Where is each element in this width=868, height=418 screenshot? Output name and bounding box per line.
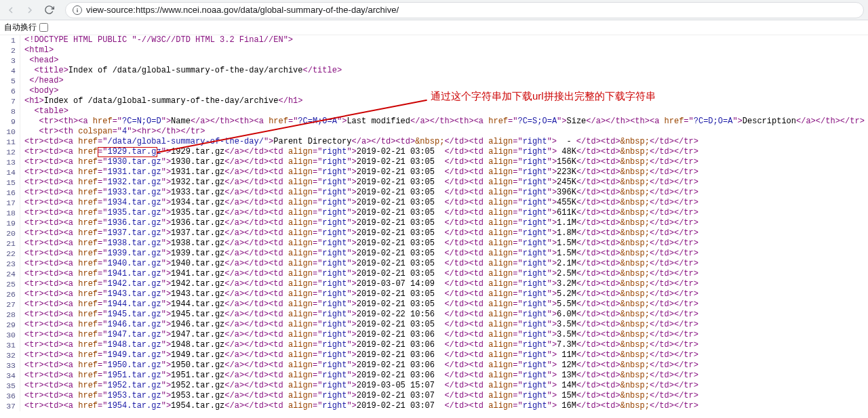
- line-number: 37: [0, 401, 20, 411]
- line-number: 14: [0, 167, 20, 177]
- source-line[interactable]: 9 <tr><th><a href="?C=N;O=D">Name</a></t…: [0, 117, 868, 127]
- autowrap-checkbox[interactable]: [39, 23, 48, 32]
- source-line[interactable]: 11<tr><td><a href="/data/global-summary-…: [0, 137, 868, 147]
- line-number: 11: [0, 137, 20, 147]
- source-line[interactable]: 28<tr><td><a href="1945.tar.gz">1945.tar…: [0, 310, 868, 320]
- back-button[interactable]: [4, 3, 18, 17]
- source-line[interactable]: 2<html>: [0, 45, 868, 56]
- url-text: view-source:https://www.ncei.noaa.gov/da…: [86, 5, 399, 15]
- source-line[interactable]: 29<tr><td><a href="1946.tar.gz">1946.tar…: [0, 320, 868, 330]
- source-line[interactable]: 5 </head>: [0, 76, 868, 86]
- line-number: 13: [0, 157, 20, 167]
- line-number: 20: [0, 228, 20, 238]
- line-number: 3: [0, 56, 20, 66]
- source-line[interactable]: 4 <title>Index of /data/global-summary-o…: [0, 66, 868, 76]
- source-line[interactable]: 23<tr><td><a href="1940.tar.gz">1940.tar…: [0, 259, 868, 269]
- line-number: 12: [0, 147, 20, 157]
- forward-button[interactable]: [23, 3, 37, 17]
- line-number: 9: [0, 117, 20, 127]
- source-line[interactable]: 18<tr><td><a href="1935.tar.gz">1935.tar…: [0, 208, 868, 218]
- source-line[interactable]: 17<tr><td><a href="1934.tar.gz">1934.tar…: [0, 198, 868, 208]
- source-line[interactable]: 22<tr><td><a href="1939.tar.gz">1939.tar…: [0, 249, 868, 259]
- source-line[interactable]: 25<tr><td><a href="1942.tar.gz">1942.tar…: [0, 279, 868, 289]
- source-line[interactable]: 24<tr><td><a href="1941.tar.gz">1941.tar…: [0, 269, 868, 279]
- reload-button[interactable]: [42, 3, 56, 17]
- autowrap-bar: 自动换行: [0, 20, 868, 35]
- line-number: 7: [0, 96, 20, 106]
- line-number: 4: [0, 66, 20, 76]
- line-number: 26: [0, 289, 20, 299]
- source-line[interactable]: 20<tr><td><a href="1937.tar.gz">1937.tar…: [0, 228, 868, 238]
- line-number: 8: [0, 106, 20, 117]
- source-line[interactable]: 21<tr><td><a href="1938.tar.gz">1938.tar…: [0, 238, 868, 249]
- address-bar[interactable]: i view-source:https://www.ncei.noaa.gov/…: [65, 2, 864, 18]
- line-number: 35: [0, 381, 20, 391]
- line-number: 17: [0, 198, 20, 208]
- source-line[interactable]: 37<tr><td><a href="1954.tar.gz">1954.tar…: [0, 401, 868, 411]
- source-line[interactable]: 15<tr><td><a href="1932.tar.gz">1932.tar…: [0, 177, 868, 188]
- source-line[interactable]: 3 <head>: [0, 56, 868, 66]
- line-number: 1: [0, 35, 20, 45]
- line-number: 23: [0, 259, 20, 269]
- source-line[interactable]: 14<tr><td><a href="1931.tar.gz">1931.tar…: [0, 167, 868, 177]
- source-line[interactable]: 19<tr><td><a href="1936.tar.gz">1936.tar…: [0, 218, 868, 228]
- line-number: 28: [0, 310, 20, 320]
- line-number: 36: [0, 391, 20, 401]
- line-number: 27: [0, 299, 20, 310]
- source-line[interactable]: 12<tr><td><a href="1929.tar.gz">1929.tar…: [0, 147, 868, 157]
- line-number: 34: [0, 371, 20, 381]
- source-line[interactable]: 34<tr><td><a href="1951.tar.gz">1951.tar…: [0, 371, 868, 381]
- info-icon: i: [73, 5, 82, 15]
- source-line[interactable]: 35<tr><td><a href="1952.tar.gz">1952.tar…: [0, 381, 868, 391]
- source-line[interactable]: 31<tr><td><a href="1948.tar.gz">1948.tar…: [0, 340, 868, 350]
- source-line[interactable]: 1<!DOCTYPE HTML PUBLIC "-//W3C//DTD HTML…: [0, 35, 868, 45]
- browser-toolbar: i view-source:https://www.ncei.noaa.gov/…: [0, 0, 868, 20]
- line-number: 24: [0, 269, 20, 279]
- line-number: 29: [0, 320, 20, 330]
- source-line[interactable]: 26<tr><td><a href="1943.tar.gz">1943.tar…: [0, 289, 868, 299]
- line-number: 31: [0, 340, 20, 350]
- source-line[interactable]: 36<tr><td><a href="1953.tar.gz">1953.tar…: [0, 391, 868, 401]
- line-number: 32: [0, 350, 20, 360]
- autowrap-label: 自动换行: [4, 22, 37, 33]
- line-number: 25: [0, 279, 20, 289]
- line-number: 5: [0, 76, 20, 86]
- source-line[interactable]: 10 <tr><th colspan="4"><hr></th></tr>: [0, 127, 868, 137]
- source-line[interactable]: 16<tr><td><a href="1933.tar.gz">1933.tar…: [0, 188, 868, 198]
- line-number: 18: [0, 208, 20, 218]
- line-number: 10: [0, 127, 20, 137]
- line-number: 19: [0, 218, 20, 228]
- source-line[interactable]: 32<tr><td><a href="1949.tar.gz">1949.tar…: [0, 350, 868, 360]
- line-number: 6: [0, 86, 20, 96]
- line-number: 22: [0, 249, 20, 259]
- source-line[interactable]: 27<tr><td><a href="1944.tar.gz">1944.tar…: [0, 299, 868, 310]
- source-line[interactable]: 33<tr><td><a href="1950.tar.gz">1950.tar…: [0, 360, 868, 371]
- source-line[interactable]: 13<tr><td><a href="1930.tar.gz">1930.tar…: [0, 157, 868, 167]
- line-number: 30: [0, 330, 20, 340]
- source-line[interactable]: 8 <table>: [0, 106, 868, 117]
- line-number: 2: [0, 45, 20, 56]
- source-line[interactable]: 30<tr><td><a href="1947.tar.gz">1947.tar…: [0, 330, 868, 340]
- source-view: 1<!DOCTYPE HTML PUBLIC "-//W3C//DTD HTML…: [0, 35, 868, 411]
- source-line[interactable]: 6 <body>: [0, 86, 868, 96]
- line-number: 21: [0, 238, 20, 249]
- line-number: 15: [0, 177, 20, 188]
- line-number: 16: [0, 188, 20, 198]
- line-number: 33: [0, 360, 20, 371]
- source-line[interactable]: 7<h1>Index of /data/global-summary-of-th…: [0, 96, 868, 106]
